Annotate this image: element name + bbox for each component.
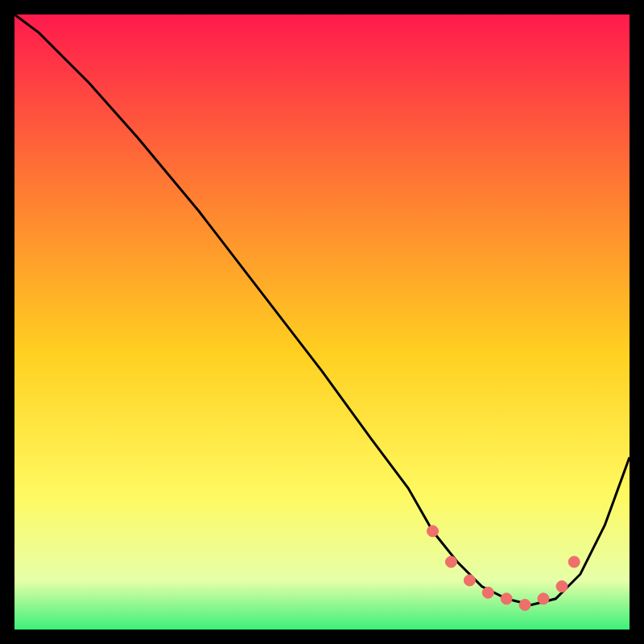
marker-point	[445, 556, 456, 568]
plot-background	[14, 14, 630, 630]
chart-frame: TheBottleneck.com	[0, 0, 644, 644]
chart-svg	[0, 0, 644, 644]
marker-point	[427, 526, 439, 537]
marker-point	[538, 593, 549, 605]
marker-point	[464, 575, 475, 586]
marker-point	[501, 593, 512, 605]
marker-point	[556, 581, 568, 592]
marker-point	[482, 587, 493, 598]
marker-point	[568, 556, 580, 568]
marker-point	[519, 599, 530, 610]
